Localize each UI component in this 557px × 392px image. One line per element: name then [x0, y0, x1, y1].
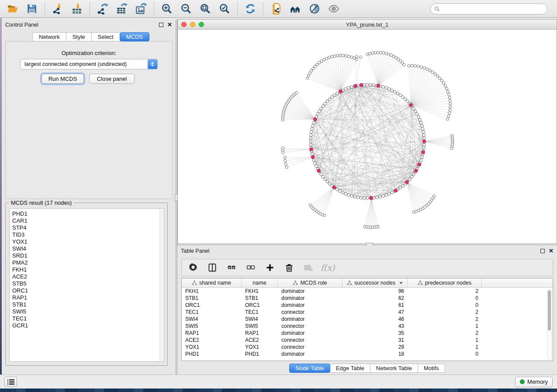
optimization-criterion-select[interactable]: largest connected component (undirected) [20, 59, 158, 69]
column-header-shared-name[interactable]: shared name [182, 279, 242, 287]
cell-predecessor-nodes[interactable]: 2 [408, 316, 482, 323]
cell-shared-name[interactable]: SWI4 [182, 316, 242, 323]
import-table-icon[interactable] [70, 2, 83, 15]
list-item[interactable]: TEC1 [12, 315, 164, 322]
show-columns-icon[interactable] [207, 262, 218, 273]
column-header-mcds-role[interactable]: MCDS role [278, 279, 343, 287]
apply-layout-icon[interactable] [244, 2, 257, 15]
list-item[interactable]: PMA2 [12, 259, 164, 266]
list-item[interactable]: STB1 [12, 301, 164, 308]
cell-successor-nodes[interactable]: 47 [343, 309, 408, 316]
tab-motifs[interactable]: Motifs [418, 364, 445, 373]
cell-predecessor-nodes[interactable]: 1 [408, 344, 482, 351]
cell-successor-nodes[interactable]: 18 [343, 351, 408, 358]
table-row[interactable]: SWI4SWI4dominator462 [182, 316, 553, 323]
network-graph-canvas[interactable] [178, 30, 557, 244]
scrollbar-thumb[interactable] [548, 290, 551, 330]
zoom-out-icon[interactable] [180, 2, 193, 15]
cell-predecessor-nodes[interactable]: 1 [408, 323, 482, 330]
tab-edge-table[interactable]: Edge Table [330, 364, 370, 373]
float-panel-icon[interactable] [159, 23, 163, 27]
cell-shared-name[interactable]: PHD1 [182, 351, 242, 358]
cell-name[interactable]: ORC1 [242, 302, 278, 309]
tab-node-table[interactable]: Node Table [289, 364, 330, 373]
select-all-icon[interactable] [226, 262, 237, 273]
cell-mcds-role[interactable]: dominator [278, 288, 343, 295]
list-item[interactable]: SRD1 [12, 252, 164, 259]
table-row[interactable]: RAP1RAP1dominator352 [182, 330, 553, 337]
import-network-icon[interactable] [51, 2, 64, 15]
table-row[interactable]: PHD1PHD1dominator180 [182, 351, 553, 358]
cell-shared-name[interactable]: RAP1 [182, 330, 242, 337]
task-history-button[interactable] [4, 377, 17, 387]
cell-name[interactable]: PHD1 [242, 351, 278, 358]
cell-predecessor-nodes[interactable]: 2 [408, 330, 482, 337]
cell-shared-name[interactable]: FKH1 [182, 288, 242, 295]
cell-name[interactable]: YOX1 [242, 344, 278, 351]
close-panel-button[interactable]: Close panel [89, 74, 135, 84]
save-session-icon[interactable] [25, 2, 38, 15]
cell-predecessor-nodes[interactable]: 0 [408, 295, 482, 302]
list-item[interactable]: FKH1 [12, 266, 164, 273]
cell-mcds-role[interactable]: dominator [278, 316, 343, 323]
cell-name[interactable]: ACE2 [242, 337, 278, 344]
list-item[interactable]: YOX1 [12, 238, 164, 245]
list-item[interactable]: STB5 [12, 280, 164, 287]
cell-successor-nodes[interactable]: 35 [343, 330, 408, 337]
open-file-icon[interactable] [6, 2, 19, 15]
delete-table-icon[interactable] [303, 262, 314, 273]
cell-mcds-role[interactable]: connector [278, 344, 343, 351]
table-row[interactable]: STB1STB1dominator620 [182, 295, 553, 302]
list-item[interactable]: STP4 [12, 224, 164, 231]
table-row[interactable]: TEC1TEC1connector472 [182, 309, 553, 316]
table-row[interactable]: YOX1YOX1connector291 [182, 344, 553, 351]
cell-mcds-role[interactable]: dominator [278, 295, 343, 302]
deselect-all-icon[interactable] [246, 262, 256, 273]
cell-mcds-role[interactable]: connector [278, 323, 343, 330]
list-scrollbar[interactable] [159, 209, 163, 362]
cell-successor-nodes[interactable]: 43 [343, 323, 408, 330]
list-item[interactable]: SWI5 [12, 308, 164, 315]
add-column-icon[interactable] [265, 262, 275, 273]
column-header-name[interactable]: name [242, 279, 278, 287]
export-image-icon[interactable] [135, 2, 148, 15]
float-panel-icon[interactable] [540, 249, 545, 253]
table-settings-gear-icon[interactable] [188, 262, 198, 273]
cell-shared-name[interactable]: SWI5 [182, 323, 242, 330]
show-all-icon[interactable] [327, 2, 340, 15]
column-header-successor-nodes[interactable]: successor nodes [343, 279, 408, 287]
table-scrollbar[interactable] [547, 289, 552, 360]
tab-select[interactable]: Select [91, 32, 120, 41]
cell-successor-nodes[interactable]: 29 [343, 344, 408, 351]
cell-shared-name[interactable]: YOX1 [182, 344, 242, 351]
cell-shared-name[interactable]: TEC1 [182, 309, 242, 316]
cell-name[interactable]: STB1 [242, 295, 278, 302]
cell-shared-name[interactable]: STB1 [182, 295, 242, 302]
cell-predecessor-nodes[interactable]: 1 [408, 337, 482, 344]
cell-predecessor-nodes[interactable]: 2 [408, 288, 482, 295]
list-item[interactable]: RAP1 [12, 294, 164, 301]
list-item[interactable]: PHD1 [12, 210, 164, 217]
export-table-icon[interactable] [115, 2, 128, 15]
delete-column-trash-icon[interactable] [284, 262, 294, 273]
cell-mcds-role[interactable]: connector [278, 309, 343, 316]
first-neighbors-icon[interactable] [289, 2, 302, 15]
cell-mcds-role[interactable]: dominator [278, 330, 343, 337]
tab-style[interactable]: Style [66, 32, 91, 41]
cell-name[interactable]: FKH1 [242, 288, 278, 295]
close-panel-icon[interactable]: ✕ [167, 23, 172, 27]
cell-successor-nodes[interactable]: 31 [343, 337, 408, 344]
network-window-titlebar[interactable]: YPA_prune.txt_1 [178, 20, 557, 30]
cell-shared-name[interactable]: ORC1 [182, 302, 242, 309]
cell-predecessor-nodes[interactable]: 0 [408, 351, 482, 358]
tab-network-table[interactable]: Network Table [370, 364, 418, 373]
close-panel-icon[interactable]: ✕ [549, 249, 554, 253]
cell-mcds-role[interactable]: connector [278, 337, 343, 344]
table-row[interactable]: ACE2ACE2connector311 [182, 337, 553, 344]
list-item[interactable]: TID3 [12, 231, 164, 238]
cell-successor-nodes[interactable]: 61 [343, 302, 408, 309]
cell-name[interactable]: RAP1 [242, 330, 278, 337]
search-input[interactable] [440, 4, 547, 13]
network-from-selection-icon[interactable] [270, 2, 283, 15]
table-row[interactable]: FKH1FKH1dominator962 [182, 288, 553, 295]
